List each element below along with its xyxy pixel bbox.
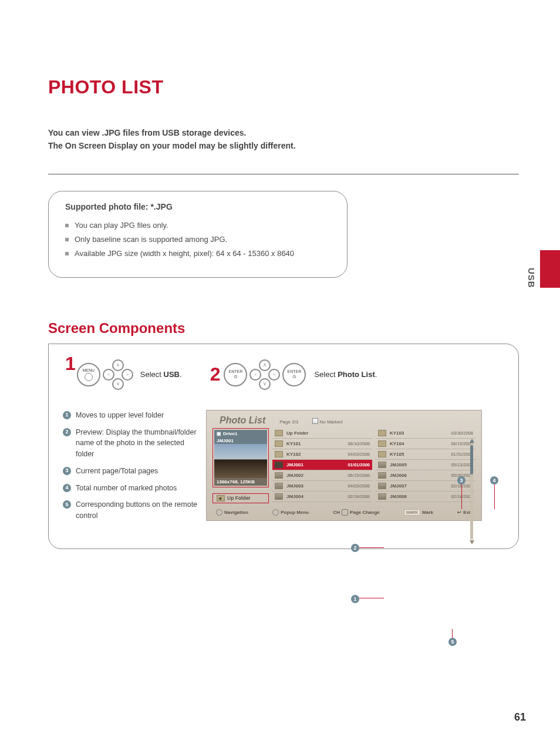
menu-button-icon: MENU [77, 363, 100, 386]
annotation-2: 2 [351, 544, 359, 552]
file-row[interactable]: JMJ00505/13/2008 [376, 460, 475, 470]
dpad-icon: ∧∨ ＜＞ [251, 361, 279, 389]
step-2-text: Select Photo List. [314, 370, 377, 379]
osd-page-indicator: Page 2/3 [279, 419, 298, 425]
enter-button-icon: ENTER⊙ [282, 363, 306, 386]
step-1-number: 1 [65, 353, 76, 375]
callout-4-icon: 4 [63, 484, 71, 492]
page-number: 61 [514, 711, 526, 724]
file-name: KY101 [286, 441, 344, 446]
file-name: KY103 [390, 430, 447, 436]
mark-key-icon: MARK [404, 509, 420, 516]
exit-icon: ↩ [457, 510, 461, 515]
legend: 1Moves to upper level folder 2Preview: D… [63, 410, 198, 527]
drive-icon: ▣ [217, 431, 221, 436]
annotation-5: 5 [448, 638, 457, 646]
current-file-name: JMJ001 [214, 438, 267, 444]
folder-icon [378, 430, 386, 436]
folder-icon [378, 451, 386, 457]
image-icon [275, 483, 283, 489]
box-title: Supported photo file: *.JPG [65, 202, 330, 211]
file-dimensions: 1366x768, 125KB [214, 478, 267, 486]
intro-line-2: The On Screen Display on your model may … [48, 139, 519, 152]
osd-marked-count: No Marked [319, 419, 342, 425]
file-row[interactable]: JMJ00802/18/2008 [376, 492, 475, 502]
screen-components-diagram: 1 MENU ∧∨ ＜＞ Select USB. 2 ENTER⊙ ∧∨ ＜＞ … [48, 344, 519, 549]
file-row[interactable]: KY10106/10/2008 [272, 439, 372, 449]
file-date: 03/30/2008 [451, 430, 473, 436]
file-date: 04/03/2008 [348, 483, 370, 489]
up-folder-chip[interactable]: Up Folder [212, 493, 269, 503]
file-date: 02/18/2008 [348, 494, 370, 499]
file-name: KY104 [390, 441, 447, 446]
image-icon [378, 493, 386, 500]
callout-2-icon: 2 [63, 428, 71, 436]
file-row[interactable]: Up Folder [272, 428, 372, 439]
image-icon [378, 462, 386, 468]
folder-icon [275, 451, 283, 457]
box-item: Available JPG size (width x height, pixe… [65, 247, 330, 261]
file-date: 06/10/2008 [348, 441, 370, 446]
page-side-label: USB [527, 268, 537, 288]
osd-footer-bar: Navigation Popup Menu CH Page Change MAR… [212, 503, 475, 518]
image-icon [275, 493, 283, 500]
subheading: Screen Components [48, 320, 519, 337]
box-item: You can play JPG files only. [65, 218, 330, 233]
file-date: 01/01/2000 [348, 462, 370, 467]
annotation-1: 1 [351, 595, 359, 603]
scrollbar[interactable] [470, 443, 473, 540]
file-row[interactable]: KY10303/30/2008 [376, 428, 475, 439]
legend-text: Preview: Display the thumbnail/folder na… [76, 427, 198, 460]
step-2-number: 2 [210, 364, 221, 385]
page-side-tab [540, 250, 560, 288]
file-name: JMJ007 [390, 483, 447, 489]
file-row[interactable]: KY10501/31/2008 [376, 449, 475, 460]
annotation-3: 3 [457, 476, 465, 484]
callout-5-icon: 5 [63, 500, 71, 509]
image-icon [275, 462, 283, 468]
enter-button-icon: ENTER⊙ [224, 363, 247, 386]
file-row[interactable]: KY10204/03/2008 [272, 449, 372, 460]
file-row[interactable]: JMJ00206/15/2008 [272, 470, 372, 481]
image-icon [378, 483, 386, 489]
osd-preview-pane: ▣Drive1 JMJ001 1366x768, 125KB [212, 428, 269, 487]
callout-1-icon: 1 [63, 411, 71, 419]
tv-osd-screenshot: Photo List Page 2/3 No Marked ▣Drive1 JM… [206, 410, 482, 521]
file-row[interactable]: JMJ00304/03/2008 [272, 481, 372, 492]
file-name: JMJ004 [286, 494, 344, 499]
drive-label: Drive1 [223, 431, 237, 436]
folder-up-icon [217, 495, 225, 502]
file-name: JMJ008 [390, 494, 447, 499]
folder-icon [378, 440, 386, 447]
osd-title: Photo List [220, 415, 265, 426]
file-name: JMJ003 [286, 483, 344, 489]
intro-block: You can view .JPG files from USB storage… [48, 126, 519, 153]
file-name: KY105 [390, 452, 447, 457]
legend-text: Current page/Total pages [76, 466, 158, 477]
image-icon [275, 472, 283, 479]
box-item: Only baseline scan is supported among JP… [65, 233, 330, 247]
intro-line-1: You can view .JPG files from USB storage… [48, 126, 519, 139]
file-name: JMJ006 [390, 473, 447, 478]
file-name: JMJ005 [390, 462, 447, 467]
legend-text: Moves to upper level folder [76, 410, 164, 421]
legend-text: Total number of marked photos [76, 483, 177, 494]
file-date: 04/03/2008 [348, 452, 370, 457]
osd-file-list: Up FolderKY10106/10/2008KY10204/03/2008J… [272, 428, 475, 503]
file-name: JMJ001 [286, 462, 344, 467]
file-row[interactable]: KY10406/19/2008 [376, 439, 475, 449]
step-row: 1 MENU ∧∨ ＜＞ Select USB. 2 ENTER⊙ ∧∨ ＜＞ … [63, 361, 504, 389]
preview-thumbnail [214, 444, 267, 478]
supported-file-box: Supported photo file: *.JPG You can play… [48, 191, 348, 278]
file-row[interactable]: JMJ00101/01/2000 [272, 460, 372, 470]
enter-icon [272, 509, 279, 516]
annotation-4: 4 [490, 476, 498, 484]
file-row[interactable]: JMJ00402/18/2008 [272, 492, 372, 502]
folder-icon [275, 430, 283, 436]
image-icon [378, 472, 386, 479]
checkbox-icon [312, 418, 318, 424]
nav-icon [216, 509, 222, 516]
divider [48, 174, 519, 174]
file-name: KY102 [286, 452, 344, 457]
file-date: 06/15/2008 [348, 473, 370, 478]
